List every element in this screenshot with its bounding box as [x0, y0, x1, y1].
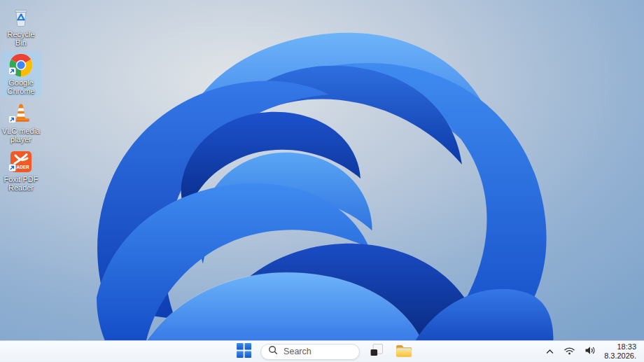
desktop-icon-foxit[interactable]: EADER Foxit PDF Reader	[1, 148, 41, 193]
clock-date: 8.3.2026.	[604, 351, 636, 361]
file-explorer-button[interactable]	[393, 342, 414, 361]
windows-start-icon	[237, 343, 251, 361]
taskbar-center	[233, 341, 414, 362]
speaker-icon	[584, 345, 596, 358]
taskbar-clock[interactable]: 18:33 8.3.2026.	[601, 342, 640, 361]
shortcut-arrow-icon	[8, 162, 16, 174]
tray-overflow-button[interactable]	[542, 342, 558, 361]
task-view-button[interactable]	[366, 342, 387, 361]
desktop-icon-vlc[interactable]: VLC media player	[1, 99, 41, 145]
wallpaper-bloom	[0, 0, 644, 362]
shortcut-arrow-icon	[8, 65, 16, 78]
desktop-screen: Recycle Bin Go	[0, 0, 644, 362]
start-button[interactable]	[233, 342, 254, 361]
icon-label: Google Chrome	[1, 78, 41, 95]
search-icon	[268, 345, 278, 358]
task-view-icon	[369, 342, 384, 361]
desktop-icon-column: Recycle Bin Go	[1, 3, 41, 193]
desktop-icon-recycle-bin[interactable]: Recycle Bin	[1, 3, 41, 48]
vlc-cone-icon	[9, 102, 33, 125]
network-button[interactable]	[560, 342, 579, 361]
desktop-icon-google-chrome[interactable]: Google Chrome	[1, 51, 41, 97]
icon-label: Recycle Bin	[1, 30, 41, 47]
icon-label: VLC media player	[1, 127, 41, 144]
shortcut-arrow-icon	[8, 113, 16, 126]
taskbar-search[interactable]	[260, 344, 360, 360]
foxit-icon: EADER	[9, 150, 33, 174]
icon-label: Foxit PDF Reader	[1, 175, 41, 192]
system-tray: 18:33 8.3.2026.	[542, 341, 640, 362]
taskbar: 18:33 8.3.2026.	[0, 340, 644, 362]
file-explorer-icon	[396, 343, 412, 361]
chrome-icon	[9, 53, 33, 77]
recycle-bin-icon	[9, 5, 33, 29]
volume-button[interactable]	[581, 342, 599, 361]
chevron-up-icon	[545, 345, 554, 358]
search-input[interactable]	[284, 347, 352, 356]
wifi-icon	[564, 345, 575, 358]
clock-time: 18:33	[617, 342, 636, 351]
